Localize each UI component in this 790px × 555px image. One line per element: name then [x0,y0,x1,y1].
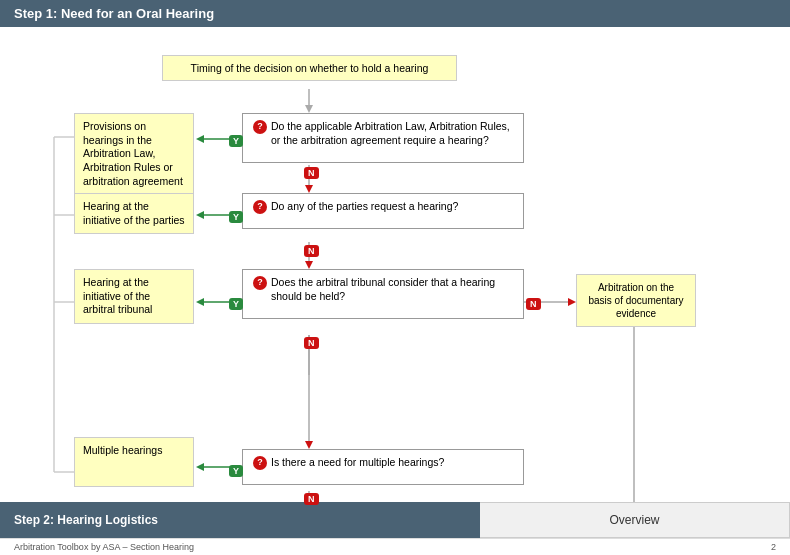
question-box-2: ? Do any of the parties request a hearin… [242,193,524,229]
question-box-3: ? Does the arbitral tribunal consider th… [242,269,524,319]
badge-y-4: Y [229,465,243,477]
footer-step2[interactable]: Step 2: Hearing Logistics [0,502,480,538]
footer-bar: Step 2: Hearing Logistics Overview [0,502,790,538]
page-footer: Arbitration Toolbox by ASA – Section Hea… [0,538,790,555]
svg-marker-14 [196,298,204,306]
page-wrapper: Step 1: Need for an Oral Hearing [0,0,790,555]
svg-marker-12 [196,211,204,219]
badge-y-2: Y [229,211,243,223]
question-box-1: ? Do the applicable Arbitration Law, Arb… [242,113,524,163]
question-box-4: ? Is there a need for multiple hearings? [242,449,524,485]
page-footer-left: Arbitration Toolbox by ASA – Section Hea… [14,542,194,552]
yellow-box-4-text: Multiple hearings [83,444,162,456]
badge-n-1: N [304,167,319,179]
flow-area: Timing of the decision on whether to hol… [14,37,776,502]
svg-marker-8 [568,298,576,306]
q-icon-4: ? [253,456,267,470]
question-text-4: Is there a need for multiple hearings? [271,456,444,470]
footer-overview[interactable]: Overview [480,502,790,538]
svg-marker-10 [196,135,204,143]
yellow-box-4: Multiple hearings [74,437,194,487]
badge-n-2: N [304,245,319,257]
header-title: Step 1: Need for an Oral Hearing [14,6,214,21]
q-icon-2: ? [253,200,267,214]
question-text-1: Do the applicable Arbitration Law, Arbit… [271,120,513,147]
svg-marker-1 [305,105,313,113]
decision-box: Timing of the decision on whether to hol… [162,55,457,81]
main-content: Timing of the decision on whether to hol… [0,27,790,502]
question-text-3: Does the arbitral tribunal consider that… [271,276,513,303]
q-icon-3: ? [253,276,267,290]
footer-step2-label: Step 2: Hearing Logistics [14,513,158,527]
badge-n-3-down: N [304,337,319,349]
footer-overview-label: Overview [609,513,659,527]
q-icon-1: ? [253,120,267,134]
yellow-box-1: Provisions on hearings in the Arbitratio… [74,113,194,195]
svg-marker-16 [196,463,204,471]
badge-n-3-right: N [526,298,541,310]
badge-n-4: N [304,493,319,505]
question-text-2: Do any of the parties request a hearing? [271,200,458,214]
header-bar: Step 1: Need for an Oral Hearing [0,0,790,27]
svg-marker-5 [305,261,313,269]
badge-y-3: Y [229,298,243,310]
badge-y-1: Y [229,135,243,147]
svg-marker-18 [305,441,313,449]
yellow-box-2: Hearing at the initiative of the parties [74,193,194,234]
page-footer-right: 2 [771,542,776,552]
yellow-box-3-text: Hearing at the initiative of the arbitra… [83,276,152,315]
yellow-box-3: Hearing at the initiative of the arbitra… [74,269,194,324]
arb-box: Arbitration on the basis of documentary … [576,274,696,327]
arb-box-text: Arbitration on the basis of documentary … [588,282,683,319]
svg-marker-3 [305,185,313,193]
decision-box-text: Timing of the decision on whether to hol… [191,62,429,74]
yellow-box-1-text: Provisions on hearings in the Arbitratio… [83,120,183,187]
yellow-box-2-text: Hearing at the initiative of the parties [83,200,185,226]
